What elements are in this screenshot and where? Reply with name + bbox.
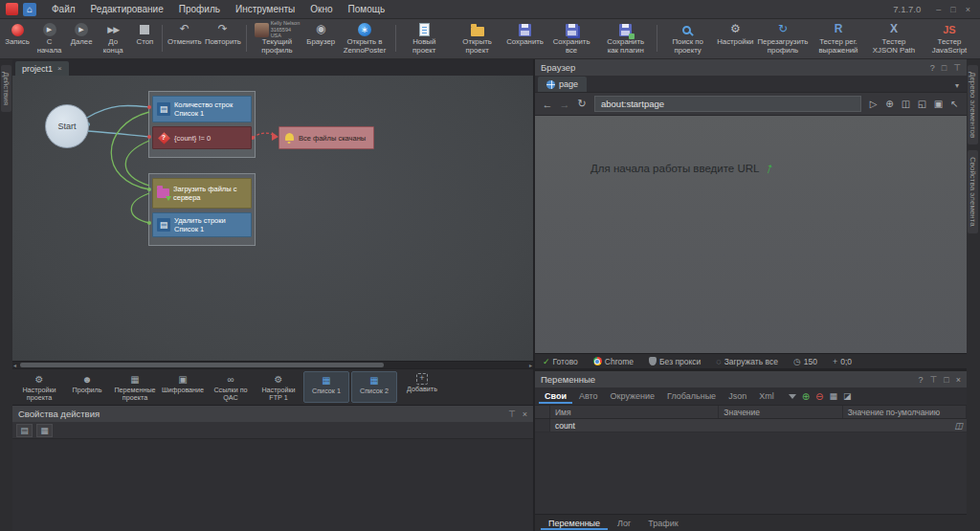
toolbar-project-search[interactable]: Поиск по проекту: [660, 20, 716, 56]
menu-window[interactable]: Окно: [303, 2, 339, 16]
toolbar-save-all[interactable]: Сохранить все: [545, 20, 597, 56]
pin-icon[interactable]: ⊤: [508, 409, 516, 419]
footer-profile[interactable]: ☻ Профиль: [64, 371, 110, 403]
toolbar-new-project[interactable]: Новый проект: [399, 20, 450, 56]
toolbar-save-as-plugin[interactable]: Сохранить как плагин: [598, 20, 654, 56]
toolbar-regex-tester[interactable]: R Тестер рег. выражений: [811, 20, 866, 56]
footer-qac-links[interactable]: ∞ Ссылки по QAC: [208, 371, 254, 403]
node-delete-rows[interactable]: ▤ Удалить строки Список 1: [152, 212, 252, 237]
maximize-icon[interactable]: □: [942, 63, 947, 73]
menu-profile[interactable]: Профиль: [172, 2, 227, 16]
variable-row-count[interactable]: count ◫: [535, 419, 967, 432]
maximize-icon[interactable]: □: [944, 375, 948, 385]
toolbar-open-in-zennoposter[interactable]: ∗ Открыть в ZennoPoster: [337, 20, 392, 56]
refresh-icon[interactable]: ↻: [574, 98, 590, 110]
variables-body[interactable]: [535, 432, 967, 514]
toolbar-step[interactable]: ▶ Далее: [67, 20, 96, 56]
canvas-horizontal-scrollbar[interactable]: ◂ ▸: [12, 361, 533, 368]
column-name[interactable]: Имя: [550, 406, 719, 418]
status-engine[interactable]: Chrome: [593, 357, 634, 366]
footer-list2[interactable]: ▦ Список 2: [351, 371, 397, 403]
maximize-button[interactable]: □: [947, 5, 959, 14]
close-icon[interactable]: ×: [956, 375, 961, 385]
footer-project-variables[interactable]: ▦ Переменные проекта: [112, 371, 158, 403]
bottom-tab-variables[interactable]: Переменные: [541, 517, 608, 530]
help-icon[interactable]: ?: [918, 375, 923, 385]
help-icon[interactable]: ?: [930, 63, 935, 73]
column-value[interactable]: Значение: [719, 406, 842, 418]
toolbar-record[interactable]: Запись: [3, 20, 32, 56]
status-timeout[interactable]: ◷ 150: [793, 357, 817, 366]
scroll-right-icon[interactable]: ▸: [529, 362, 532, 368]
status-proxy[interactable]: Без прокси: [649, 357, 701, 366]
dock-tab-element-tree[interactable]: Дерево элементов: [968, 65, 978, 144]
tab-project1[interactable]: project1 ×: [15, 61, 69, 76]
browser-viewport[interactable]: Для начала работы введите URL ↑: [535, 116, 967, 353]
vars-tab-own[interactable]: Свои: [539, 388, 572, 404]
window-icon[interactable]: ▣: [931, 99, 946, 109]
footer-list1[interactable]: ▦ Список 1: [303, 371, 349, 403]
vars-tab-global[interactable]: Глобальные: [661, 388, 722, 404]
status-load-mode[interactable]: ◌ Загружать все: [716, 357, 778, 366]
footer-add[interactable]: + Добавить: [399, 371, 445, 403]
add-variable-icon[interactable]: ⊕: [802, 391, 810, 402]
back-icon[interactable]: ←: [540, 99, 555, 110]
toolbar-run-from-start[interactable]: ▶ С начала: [32, 20, 67, 56]
toolbar-run-to-end[interactable]: ▶▶ До конца: [96, 20, 130, 56]
vars-tab-xml[interactable]: Xml: [753, 388, 780, 404]
screenshot-icon[interactable]: ◱: [915, 99, 929, 109]
copy-icon[interactable]: ◫: [899, 99, 913, 109]
node-alert-files-downloaded[interactable]: Все файлы скачаны: [278, 126, 374, 149]
node-download-files[interactable]: Загрузить файлы с сервера: [152, 178, 252, 209]
footer-ftp-settings[interactable]: ⚙ Настройки FTP 1: [256, 371, 301, 403]
copy-icon[interactable]: ◫: [954, 421, 963, 431]
toolbar-js-tester[interactable]: JS Тестер JavaScript: [922, 20, 977, 56]
scrollbar-thumb[interactable]: [20, 363, 384, 367]
run-icon[interactable]: ▷: [866, 99, 880, 109]
dock-tab-actions[interactable]: Действия: [1, 65, 11, 112]
pin-icon[interactable]: ⊤: [953, 63, 961, 73]
forward-icon[interactable]: →: [557, 99, 572, 110]
toolbar-xjson-tester[interactable]: X Тестер XJSON Path: [866, 20, 922, 56]
remove-variable-icon[interactable]: ⊖: [815, 391, 823, 402]
tab-list-dropdown-icon[interactable]: ▾: [950, 81, 964, 92]
cursor-icon[interactable]: ↖: [947, 99, 962, 109]
menu-file[interactable]: Файл: [45, 2, 82, 16]
clear-icon[interactable]: ◪: [843, 391, 852, 401]
column-default[interactable]: Значение по-умолчанию: [843, 406, 967, 418]
toolbar-settings[interactable]: ⚙ Настройки: [716, 20, 755, 56]
row-selector[interactable]: [535, 419, 550, 431]
vars-tab-auto[interactable]: Авто: [573, 388, 604, 404]
toolbar-browser[interactable]: ◉ Браузер: [304, 20, 337, 56]
toolbar-redo[interactable]: ↷ Повторить: [203, 20, 242, 56]
bottom-tab-traffic[interactable]: Трафик: [640, 517, 685, 530]
toolbar-reload-profile[interactable]: ↻ Перезагрузить профиль: [755, 20, 811, 56]
node-condition[interactable]: ? {count} != 0: [152, 126, 252, 149]
home-icon[interactable]: ⌂: [23, 3, 36, 16]
flow-canvas[interactable]: Start ▤ Количество строк Список 1 ? {cou…: [12, 76, 533, 361]
vars-tab-json[interactable]: Json: [723, 388, 752, 404]
add-icon[interactable]: ⊕: [882, 99, 897, 109]
footer-encryption[interactable]: ▣ Шифрование: [160, 371, 206, 403]
toolbar-current-profile[interactable]: Kelly Nelson 3165594 USA Текущий профиль: [249, 20, 304, 56]
filter-icon[interactable]: [789, 394, 796, 399]
close-icon[interactable]: ×: [523, 409, 527, 419]
alphabetical-view-icon[interactable]: ▦: [36, 424, 53, 437]
toolbar-undo[interactable]: ↶ Отменить: [166, 20, 203, 56]
url-input[interactable]: [594, 96, 861, 112]
toolbar-save[interactable]: Сохранить: [505, 20, 546, 56]
menu-help[interactable]: Помощь: [342, 2, 392, 16]
browser-tab-page[interactable]: page: [538, 77, 587, 92]
pin-icon[interactable]: ⊤: [929, 375, 937, 385]
edit-grid-icon[interactable]: ▦: [829, 391, 837, 401]
vars-tab-environment[interactable]: Окружение: [605, 388, 660, 404]
node-start[interactable]: Start: [45, 104, 89, 148]
bottom-tab-log[interactable]: Лог: [610, 517, 638, 530]
toolbar-open-project[interactable]: Открыть проект: [450, 20, 505, 56]
minimize-button[interactable]: –: [932, 5, 945, 14]
footer-project-settings[interactable]: ⚙ Настройки проекта: [16, 371, 62, 403]
menu-edit[interactable]: Редактирование: [84, 2, 170, 16]
tab-close-icon[interactable]: ×: [57, 64, 62, 73]
node-count-rows[interactable]: ▤ Количество строк Список 1: [152, 96, 252, 122]
categorized-view-icon[interactable]: ▤: [16, 424, 33, 437]
